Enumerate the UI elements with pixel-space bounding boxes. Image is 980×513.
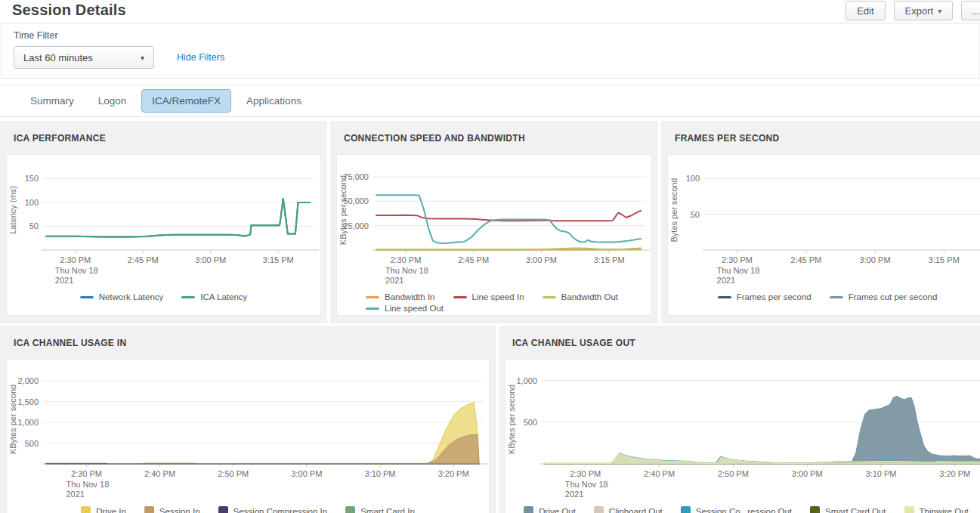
chart-title: ICA PERFORMANCE [0,121,327,144]
legend-label: Smart Card In [360,507,415,513]
legend-swatch-icon [904,506,914,513]
legend-item[interactable]: Smart Card In [345,506,415,513]
legend-item[interactable]: Smart Card Out [810,506,886,513]
time-filter-label: Time Filter [14,30,966,41]
svg-text:Latency (ms): Latency (ms) [8,186,17,234]
svg-text:KBytes per second: KBytes per second [339,175,348,245]
time-filter-select[interactable]: Last 60 minutes ▾ [14,46,154,69]
legend-label: Session In [159,507,200,513]
svg-text:3:15 PM: 3:15 PM [594,255,625,264]
ica-channel-usage-out-panel: ICA CHANNEL USAGE OUT 5001,0002:30 PMThu… [499,326,980,513]
legend-item[interactable]: Thinwire Out [904,506,969,513]
svg-text:Thu Nov 18: Thu Nov 18 [385,266,428,275]
tab-bar: Summary Logon ICA/RemoteFX Applications [0,85,980,117]
tab-summary[interactable]: Summary [30,95,74,107]
svg-text:2:30 PM: 2:30 PM [570,469,601,478]
ica-channel-usage-out-chart[interactable]: 5001,0002:30 PMThu Nov 1820212:40 PM2:50… [505,364,980,513]
svg-text:2:40 PM: 2:40 PM [644,469,675,478]
svg-text:KBytes per second: KBytes per second [8,385,17,454]
edit-button[interactable]: Edit [846,1,885,20]
svg-text:100: 100 [686,174,700,183]
legend-swatch-icon [681,506,691,513]
more-actions-button[interactable]: ... [961,1,980,20]
svg-text:150: 150 [25,174,39,183]
svg-text:Thu Nov 18: Thu Nov 18 [717,266,760,275]
ica-performance-chart[interactable]: 501001502:30 PMThu Nov 1820212:45 PM3:00… [7,159,320,301]
legend-item[interactable]: Line speed In [453,292,524,301]
chart-title: ICA CHANNEL USAGE OUT [499,326,980,348]
legend-item[interactable]: Session Compression In [218,506,328,513]
chart-plot[interactable]: 501002:30 PMThu Nov 1820212:45 PM3:00 PM… [668,159,980,288]
svg-text:2021: 2021 [55,276,73,285]
chart-title: FRAMES PER SECOND [661,121,980,144]
connection-speed-panel: CONNECTION SPEED AND BANDWIDTH 25,00050,… [330,121,658,323]
legend-label: Frames cut per second [849,292,938,301]
frames-per-second-chart[interactable]: 501002:30 PMThu Nov 1820212:45 PM3:00 PM… [668,159,980,301]
tab-applications[interactable]: Applications [246,95,301,107]
legend-item[interactable]: Session In [144,506,200,513]
svg-text:2021: 2021 [385,276,403,285]
legend-item[interactable]: Network Latency [80,292,164,301]
chart-plot[interactable]: 5001,0001,5002,0002:30 PMThu Nov 1820212… [7,364,489,502]
legend-swatch-icon [594,506,604,513]
svg-text:2:50 PM: 2:50 PM [218,469,249,478]
legend-item[interactable]: Line speed Out [366,304,444,313]
svg-text:Thu Nov 18: Thu Nov 18 [55,266,98,275]
ica-channel-usage-in-chart[interactable]: 5001,0001,5002,0002:30 PMThu Nov 1820212… [7,364,489,513]
svg-text:3:00 PM: 3:00 PM [860,255,891,264]
legend-swatch-icon [81,506,91,513]
chart-plot[interactable]: 5001,0002:30 PMThu Nov 1820212:40 PM2:50… [505,364,980,502]
legend-swatch-icon [218,506,228,513]
connection-speed-chart[interactable]: 25,00050,00075,0002:30 PMThu Nov 1820212… [337,159,651,313]
legend-item[interactable]: Drive Out [524,506,576,513]
ica-channel-usage-in-panel: ICA CHANNEL USAGE IN 5001,0001,5002,0002… [0,326,496,513]
chart-title: ICA CHANNEL USAGE IN [0,326,496,348]
legend-item[interactable]: Frames per second [718,292,812,301]
ica-performance-panel: ICA PERFORMANCE 501001502:30 PMThu Nov 1… [0,121,327,323]
svg-text:2:40 PM: 2:40 PM [144,469,175,478]
caret-down-icon: ▾ [938,7,941,15]
svg-text:Bytes per second: Bytes per second [669,178,679,243]
chart-title: CONNECTION SPEED AND BANDWIDTH [330,121,658,144]
svg-text:2:30 PM: 2:30 PM [60,255,91,264]
chart-legend: Drive OutClipboard OutSession Co...ressi… [505,506,980,513]
svg-text:500: 500 [524,418,537,427]
export-button[interactable]: Export ▾ [894,1,954,20]
chart-legend: Bandwidth InLine speed InBandwidth OutLi… [343,292,645,313]
svg-text:3:20 PM: 3:20 PM [939,469,970,478]
legend-item[interactable]: Session Co...ression Out [681,506,792,513]
tab-ica-remotefx[interactable]: ICA/RemoteFX [141,89,231,113]
svg-text:2:45 PM: 2:45 PM [128,255,159,264]
svg-text:2:30 PM: 2:30 PM [71,469,102,478]
legend-item[interactable]: Clipboard Out [594,506,663,513]
legend-item[interactable]: Frames cut per second [830,292,938,301]
legend-swatch-icon [830,296,843,298]
legend-label: ICA Latency [200,292,247,301]
hide-filters-link[interactable]: Hide Filters [177,52,224,63]
chart-plot[interactable]: 501001502:30 PMThu Nov 1820212:45 PM3:00… [7,159,320,288]
legend-item[interactable]: ICA Latency [181,292,247,301]
svg-text:2:30 PM: 2:30 PM [390,255,421,264]
svg-text:3:00 PM: 3:00 PM [792,469,823,478]
svg-text:1,000: 1,000 [516,376,537,385]
svg-text:2:45 PM: 2:45 PM [458,255,489,264]
legend-swatch-icon [366,307,379,310]
legend-label: Bandwidth In [385,292,435,301]
chart-legend: Frames per secondFrames cut per second [668,292,980,301]
legend-item[interactable]: Drive In [81,506,126,513]
svg-text:2021: 2021 [66,490,84,499]
svg-text:1,000: 1,000 [17,418,39,427]
svg-text:1,500: 1,500 [17,397,39,406]
legend-label: Bandwidth Out [561,292,618,301]
legend-swatch-icon [810,506,820,513]
legend-item[interactable]: Bandwidth Out [543,292,618,301]
svg-text:2,000: 2,000 [17,376,39,385]
legend-label: Frames per second [737,292,812,301]
tab-logon[interactable]: Logon [98,95,127,107]
legend-label: Line speed Out [385,304,444,313]
legend-item[interactable]: Bandwidth In [366,292,435,301]
svg-text:2021: 2021 [565,490,583,499]
chart-plot[interactable]: 25,00050,00075,0002:30 PMThu Nov 1820212… [337,159,651,288]
page-title: Session Details [12,2,968,19]
chart-legend: Network LatencyICA Latency [7,292,320,301]
